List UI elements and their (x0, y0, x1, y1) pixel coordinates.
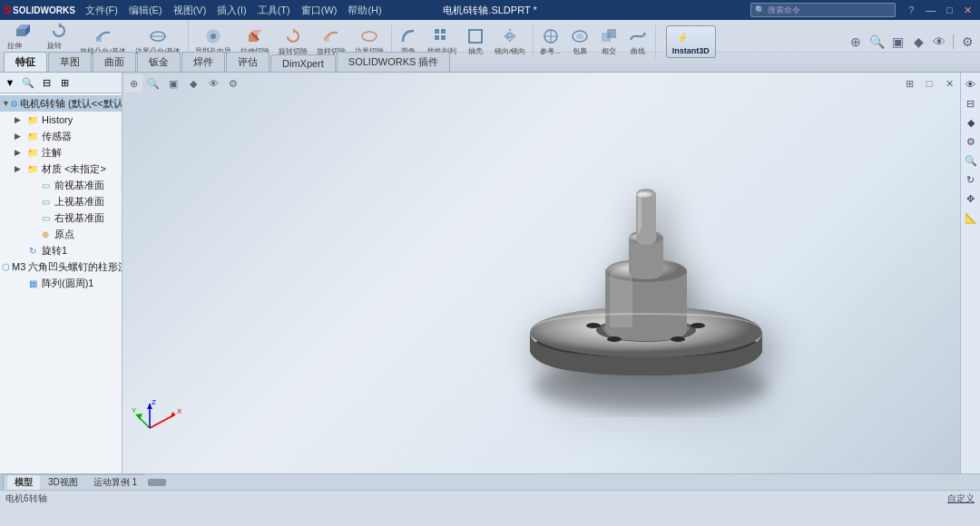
intersect-icon (600, 27, 618, 45)
vp-section-view-icon[interactable]: ▣ (164, 74, 182, 93)
vp-restore-icon[interactable]: ✕ (940, 74, 958, 93)
feature-tab[interactable]: 草图 (48, 52, 92, 72)
customize-text[interactable]: 自定义 (947, 492, 975, 505)
tree-item-label: 原点 (54, 228, 74, 241)
close-button[interactable]: ✕ (959, 5, 976, 16)
bottom-tab[interactable]: 模型 (7, 475, 40, 490)
reference-button[interactable]: 参考... (536, 25, 564, 58)
tree-item[interactable]: ▶📁History (0, 112, 122, 128)
maximize-button[interactable]: □ (942, 5, 957, 16)
menu-item[interactable]: 编辑(E) (124, 3, 167, 18)
vp-header-icons: ⊕ 🔍 ▣ ◆ 👁 ⚙ (847, 33, 976, 51)
minimize-button[interactable]: — (921, 5, 940, 16)
vp-zoom-fit-icon[interactable]: ⊕ (124, 74, 142, 93)
part-svg (451, 105, 778, 432)
tree-expand-arrow[interactable]: ▶ (15, 164, 25, 173)
bolt-hole-3 (607, 336, 622, 342)
menu-item[interactable]: 工具(T) (253, 3, 295, 18)
rp-measure-icon[interactable]: 📐 (963, 209, 979, 226)
view-hide-icon[interactable]: 👁 (930, 33, 948, 51)
feature-tab[interactable]: 曲面 (93, 52, 136, 72)
tree-item[interactable]: ▶📁注解 (0, 144, 122, 161)
tree-item-label: M3 六角凹头螺钉的柱形沉... (12, 260, 122, 274)
tree-item[interactable]: ▭右视基准面 (0, 209, 122, 226)
vp-hide-show-icon[interactable]: 👁 (204, 74, 222, 93)
tree-item[interactable]: ⊕原点 (0, 226, 122, 242)
search-tree-icon[interactable]: 🔍 (20, 74, 36, 91)
revolve-boss-icon (50, 22, 68, 40)
coordinate-axis: X Y Z (132, 396, 177, 442)
filter-icon[interactable]: ▼ (2, 74, 18, 91)
view-options-icon[interactable]: ⚙ (958, 33, 976, 51)
feature-tab[interactable]: 焊件 (181, 52, 225, 72)
wrap-icon (571, 27, 589, 45)
svg-marker-10 (249, 30, 262, 34)
extrude-boss-icon (14, 22, 32, 40)
vp-3dview-icon[interactable]: ⊞ (900, 74, 918, 93)
menu-item[interactable]: 帮助(H) (343, 3, 386, 18)
view-orient-icon[interactable]: ⊕ (847, 33, 865, 51)
svg-rect-29 (607, 29, 616, 38)
rp-zoom-icon[interactable]: 🔍 (963, 152, 979, 169)
hub-highlight (610, 265, 632, 327)
expand-icon[interactable]: ⊞ (56, 74, 73, 91)
curves-button[interactable]: 曲线 (624, 25, 652, 58)
menu-item[interactable]: 文件(F) (81, 3, 122, 18)
instant3d-button[interactable]: ⚡ Instant3D (666, 25, 716, 58)
tree-item[interactable]: ⬡M3 六角凹头螺钉的柱形沉... (0, 258, 122, 275)
intersect-button[interactable]: 相交 (595, 25, 622, 58)
wrap-button[interactable]: 包裹 (566, 25, 593, 58)
menu-item[interactable]: 插入(I) (212, 3, 250, 18)
rp-pan-icon[interactable]: ✥ (963, 190, 979, 207)
tree-item[interactable]: ▶📁材质 <未指定> (0, 161, 122, 177)
view-zoom-icon[interactable]: 🔍 (867, 33, 886, 51)
rp-view-icon[interactable]: 👁 (963, 76, 979, 93)
rp-rotate-icon[interactable]: ↻ (963, 171, 979, 188)
collapse-icon[interactable]: ⊟ (38, 74, 54, 91)
bottom-tab[interactable]: 3D视图 (41, 475, 85, 490)
curves-label: 曲线 (631, 46, 645, 56)
hscroll-thumb[interactable] (148, 479, 166, 486)
hscroll-area (144, 474, 980, 490)
tree-expand-arrow[interactable]: ▶ (15, 115, 25, 124)
revolve-cut-button[interactable]: 旋转切除 (275, 25, 311, 58)
tree-item-icon: ↻ (25, 243, 40, 258)
tree-item[interactable]: ▭上视基准面 (0, 193, 122, 209)
vp-appearance-icon[interactable]: ⚙ (224, 74, 242, 93)
tree-item[interactable]: ▭前视基准面 (0, 177, 122, 193)
menu-item[interactable]: 视图(V) (169, 3, 211, 18)
svg-rect-19 (469, 30, 482, 43)
view-section-icon[interactable]: ▣ (888, 33, 906, 51)
tree-item[interactable]: ▦阵列(圆周)1 (0, 275, 122, 291)
tree-expand-arrow[interactable]: ▶ (15, 148, 25, 157)
rp-settings-icon[interactable]: ⚙ (963, 133, 979, 150)
vp-maximize-icon[interactable]: □ (920, 74, 938, 93)
svg-rect-4 (96, 36, 102, 42)
tree-item[interactable]: ↻旋转1 (0, 242, 122, 258)
titlebar-right: 🔍 搜索命令 ? — □ ✕ (750, 3, 976, 17)
feature-tab[interactable]: SOLIDWORKS 插件 (337, 52, 451, 72)
feature-tab[interactable]: 钣金 (137, 52, 181, 72)
shell-icon (466, 27, 485, 45)
view-display-icon[interactable]: ◆ (909, 33, 927, 51)
bottom-tab[interactable]: 运动算例 1 (86, 475, 144, 490)
tree-expand-arrow[interactable]: ▶ (15, 132, 25, 141)
shell-button[interactable]: 抽壳 (462, 25, 489, 58)
help-icon[interactable]: ? (908, 5, 914, 15)
vp-zoom-area-icon[interactable]: 🔍 (144, 74, 162, 93)
3d-viewport[interactable]: ⊕ 🔍 ▣ ◆ 👁 ⚙ ⊞ □ ✕ (122, 73, 960, 473)
tree-item[interactable]: ▼⚙电机6转轴 (默认<<默认> 显 (0, 95, 122, 112)
boundary-boss-icon (149, 27, 167, 45)
tree-item[interactable]: ▶📁传感器 (0, 128, 122, 144)
feature-tab[interactable]: DimXpert (270, 54, 336, 72)
feature-tab[interactable]: 特征 (4, 52, 47, 72)
feature-tab[interactable]: 评估 (226, 52, 270, 72)
mirror-button[interactable]: 镜向/镜向 (491, 25, 529, 58)
rp-section-icon[interactable]: ⊟ (963, 95, 979, 112)
tree-expand-arrow[interactable]: ▼ (2, 99, 10, 108)
tree-item-icon: ⚙ (10, 96, 18, 111)
vp-display-style-icon[interactable]: ◆ (184, 74, 202, 93)
menu-item[interactable]: 窗口(W) (297, 3, 342, 18)
rp-display-icon[interactable]: ◆ (963, 114, 979, 131)
search-box[interactable]: 🔍 搜索命令 (750, 3, 896, 17)
